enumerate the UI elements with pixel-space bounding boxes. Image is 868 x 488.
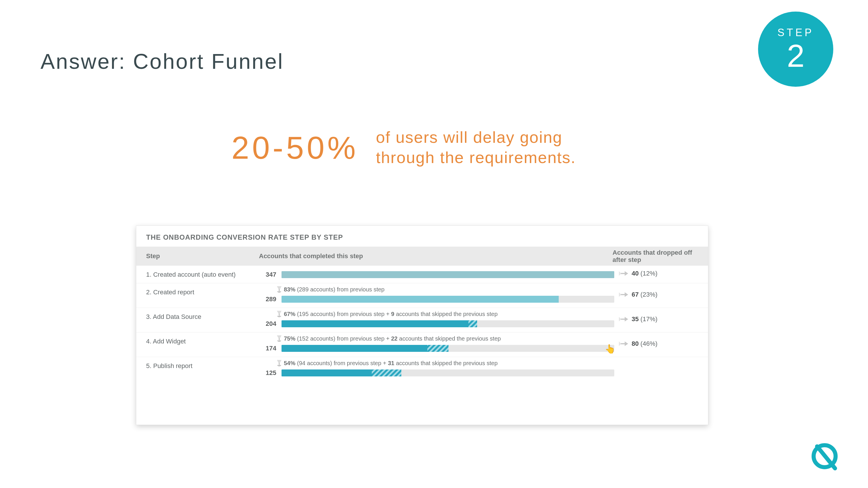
dropoff-value: 80 (46%)	[631, 340, 657, 348]
bar-track	[281, 296, 614, 303]
completed-count: 125	[259, 369, 276, 377]
down-funnel-icon	[276, 286, 282, 293]
bar-skipped	[372, 369, 402, 377]
header-dropped: Accounts that dropped off after step	[609, 249, 708, 264]
completed-count: 204	[259, 320, 276, 328]
funnel-panel: THE ONBOARDING CONVERSION RATE STEP BY S…	[136, 226, 708, 425]
dropoff-arrow-icon	[618, 270, 628, 277]
stat-text-line1: of users will delay going	[376, 127, 576, 148]
from-previous-note: 75% (152 accounts) from previous step + …	[259, 335, 614, 343]
step-label: 4. Add Widget	[136, 335, 259, 345]
dropoff-cell: 80 (46%)	[614, 340, 708, 348]
from-previous-note: 54% (94 accounts) from previous step + 3…	[259, 360, 614, 367]
completed-cell: 83% (289 accounts) from previous step289	[259, 286, 614, 303]
headline-stat: 20-50% of users will delay going through…	[231, 127, 576, 168]
step-label: 2. Created report	[136, 286, 259, 296]
dropoff-arrow-icon	[618, 340, 628, 347]
step-badge: STEP 2	[758, 11, 833, 87]
dropoff-value: 67 (23%)	[631, 291, 657, 298]
step-badge-label: STEP	[777, 27, 814, 39]
table-row: 3. Add Data Source 67% (195 accounts) fr…	[136, 307, 708, 332]
bar-track	[281, 345, 614, 352]
bar-track	[281, 320, 614, 327]
table-row: 2. Created report 83% (289 accounts) fro…	[136, 283, 708, 307]
completed-cell: 54% (94 accounts) from previous step + 3…	[259, 360, 614, 377]
brand-logo-icon	[810, 442, 839, 470]
bar-track	[281, 369, 614, 377]
bar-track	[281, 271, 614, 278]
table-row: 4. Add Widget 75% (152 accounts) from pr…	[136, 332, 708, 357]
from-previous-note: 67% (195 accounts) from previous step + …	[259, 311, 614, 318]
step-badge-number: 2	[787, 40, 804, 72]
completed-cell: 75% (152 accounts) from previous step + …	[259, 335, 614, 352]
dropoff-arrow-icon	[618, 291, 628, 298]
stat-percent: 20-50%	[231, 129, 359, 166]
bar-main	[281, 345, 427, 352]
slide-title: Answer: Cohort Funnel	[40, 49, 284, 74]
dropoff-cell: 67 (23%)	[614, 291, 708, 298]
completed-count: 174	[259, 345, 276, 352]
dropoff-cell: 40 (12%)	[614, 270, 708, 277]
bar-main	[281, 320, 468, 327]
down-funnel-icon	[276, 360, 282, 366]
table-row: 1. Created account (auto event)347 40 (1…	[136, 266, 708, 283]
dropoff-value: 40 (12%)	[631, 270, 657, 277]
bar-skipped	[427, 345, 448, 352]
down-funnel-icon	[276, 335, 282, 342]
bar-main	[281, 296, 559, 303]
dropoff-arrow-icon	[618, 316, 628, 323]
dropoff-value: 35 (17%)	[631, 316, 657, 323]
table-body: 1. Created account (auto event)347 40 (1…	[136, 266, 708, 381]
step-label: 3. Add Data Source	[136, 311, 259, 321]
stat-text-line2: through the requirements.	[376, 148, 576, 168]
panel-title: THE ONBOARDING CONVERSION RATE STEP BY S…	[136, 226, 708, 247]
completed-cell: 67% (195 accounts) from previous step + …	[259, 311, 614, 328]
header-step: Step	[136, 252, 259, 260]
completed-count: 289	[259, 295, 276, 303]
bar-main	[281, 369, 372, 377]
step-label: 5. Publish report	[136, 360, 259, 370]
from-previous-note: 83% (289 accounts) from previous step	[259, 286, 614, 294]
completed-cell: 347	[259, 271, 614, 279]
table-row: 5. Publish report 54% (94 accounts) from…	[136, 357, 708, 381]
bar-skipped	[468, 320, 477, 327]
stat-text: of users will delay going through the re…	[376, 127, 576, 168]
dropoff-cell: 35 (17%)	[614, 316, 708, 323]
down-funnel-icon	[276, 311, 282, 317]
completed-count: 347	[259, 271, 276, 279]
bar-main	[281, 271, 614, 278]
table-header: Step Accounts that completed this step A…	[136, 247, 708, 266]
step-label: 1. Created account (auto event)	[136, 268, 259, 279]
header-completed: Accounts that completed this step	[259, 252, 609, 260]
